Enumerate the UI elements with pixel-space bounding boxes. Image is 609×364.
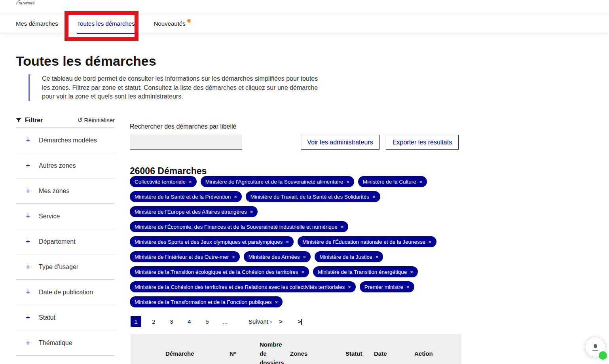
filter-tag[interactable]: Ministère de la Culture × — [358, 176, 427, 187]
column-header: Nº — [230, 349, 260, 358]
reset-filters-button[interactable]: ↺ Réinitialiser — [77, 117, 115, 123]
column-header: Nombre de dossiers — [260, 340, 290, 364]
filter-tag[interactable]: Ministère de la Cohésion des territoires… — [130, 281, 356, 292]
filter-section-label: Type d'usager — [39, 264, 78, 271]
page-button[interactable]: 5 — [202, 316, 212, 327]
plus-icon: + — [26, 339, 30, 347]
last-page-icon[interactable]: >| — [295, 318, 304, 325]
column-header: Date — [374, 349, 414, 358]
tab-label: Toutes les démarches — [77, 20, 135, 27]
new-badge-dot — [187, 19, 191, 23]
filter-tag-label: Ministère du Travail, de la Santé et des… — [250, 194, 369, 200]
column-header: Action — [414, 349, 461, 358]
filter-tag-label: Collectivité territoriale — [135, 179, 186, 185]
filter-section-toggle[interactable]: + Démarches modèles — [16, 128, 115, 153]
tab[interactable]: Mes démarches — [16, 13, 58, 34]
filter-tag[interactable]: Ministère de l'Intérieur et des Outre-me… — [130, 251, 240, 262]
filter-tag-label: Ministère de la Transformation et de la … — [135, 299, 272, 305]
filter-section-label: Démarches modèles — [39, 137, 97, 144]
view-administrators-button[interactable]: Voir les administrateurs — [301, 135, 379, 150]
close-icon[interactable]: × — [410, 269, 413, 275]
filter-tag[interactable]: Ministère de l'Éducation nationale et de… — [298, 236, 436, 247]
filter-section-label: Département — [39, 238, 76, 245]
filter-section-toggle[interactable]: + Date de publication — [16, 280, 115, 305]
next-page-button[interactable]: Suivant › — [246, 318, 274, 325]
close-icon[interactable]: × — [348, 284, 351, 290]
filter-section-label: Thématique — [39, 339, 72, 347]
filter-tag[interactable]: Ministère des Armées × — [244, 251, 311, 262]
filter-tag-label: Ministère de la Justice — [319, 254, 372, 260]
filter-tag-label: Ministère des Sports et des Jeux olympiq… — [135, 239, 283, 245]
plus-icon: + — [26, 136, 30, 144]
filter-tag[interactable]: Ministère du Travail, de la Santé et des… — [246, 191, 380, 202]
tab[interactable]: Toutes les démarches — [77, 13, 135, 34]
filter-tag[interactable]: Collectivité territoriale × — [130, 176, 197, 187]
close-icon[interactable]: × — [429, 239, 432, 245]
close-icon[interactable]: × — [275, 300, 278, 305]
tab-label: Mes démarches — [16, 20, 58, 27]
filter-header: Filtrer ↺ Réinitialiser — [16, 113, 115, 128]
page-button[interactable]: 4 — [184, 316, 195, 327]
filter-tag[interactable]: Ministère de l'Europe et des Affaires ét… — [130, 206, 258, 217]
filter-tag-label: Ministère de l'Économie, des Finances et… — [135, 224, 338, 230]
filter-tag-label: Ministère de la Transition écologique et… — [135, 269, 298, 275]
tab[interactable]: Nouveautés — [154, 13, 186, 34]
filter-tag[interactable]: Ministère de l'Agriculture et de la Souv… — [201, 176, 354, 187]
filter-section-toggle[interactable]: + Département — [16, 229, 115, 254]
filter-tag-label: Ministère des Armées — [249, 254, 300, 260]
filter-title-label: Filtrer — [25, 117, 43, 124]
filter-tag[interactable]: Ministère de la Transition écologique et… — [130, 266, 309, 277]
filter-tag-label: Ministère de l'Agriculture et de la Souv… — [205, 179, 343, 185]
close-icon[interactable]: × — [234, 194, 237, 199]
filter-section-toggle[interactable]: + Statut — [16, 305, 115, 330]
filter-section-label: Statut — [39, 314, 55, 321]
close-icon[interactable]: × — [406, 284, 410, 290]
close-icon[interactable]: × — [376, 254, 379, 260]
filter-section-toggle[interactable]: + Type d'usager — [16, 254, 115, 280]
selected-filter-tags: Collectivité territoriale × Ministère de… — [130, 176, 466, 307]
search-label: Rechercher des démarches par libellé — [130, 123, 236, 130]
filter-section-toggle[interactable]: + Autres zones — [16, 153, 115, 178]
filter-section-toggle[interactable]: + Service — [16, 204, 115, 229]
page-button[interactable]: 2 — [148, 316, 159, 327]
close-icon[interactable]: × — [303, 254, 306, 260]
filter-title: Filtrer — [16, 117, 43, 124]
reset-icon: ↺ — [77, 117, 83, 123]
intro-text: Ce tableau de bord permet de consulter l… — [42, 75, 318, 100]
user-avatar-button[interactable] — [585, 337, 605, 357]
filter-section-label: Service — [39, 213, 60, 220]
filter-tag[interactable]: Ministère de la Transformation et de la … — [130, 296, 283, 307]
filter-section-label: Autres zones — [39, 162, 76, 169]
filter-section-toggle[interactable]: + Mes zones — [16, 178, 115, 204]
page-button[interactable]: 1 — [131, 316, 141, 327]
filter-tag-label: Ministère de la Culture — [363, 179, 416, 185]
close-icon[interactable]: × — [250, 209, 253, 214]
filter-section-label: Date de publication — [39, 289, 93, 296]
online-status-dot — [599, 351, 607, 360]
reset-label: Réinitialiser — [84, 117, 115, 123]
page-button[interactable]: 3 — [166, 316, 177, 327]
plus-icon: + — [26, 314, 30, 321]
filter-icon — [16, 118, 21, 123]
chevron-right-icon[interactable]: > — [277, 318, 285, 325]
close-icon[interactable]: × — [301, 269, 304, 275]
close-icon[interactable]: × — [341, 224, 344, 229]
filter-section-toggle[interactable]: + Thématique — [16, 330, 115, 356]
close-icon[interactable]: × — [419, 179, 423, 184]
plus-icon: + — [26, 212, 30, 220]
filter-tag[interactable]: Ministère de la Transition énergétique × — [313, 266, 418, 277]
search-input[interactable] — [130, 135, 242, 150]
close-icon[interactable]: × — [286, 239, 289, 245]
filter-tag[interactable]: Ministère de la Santé et de la Préventio… — [130, 191, 242, 202]
filter-tag[interactable]: Ministère des Sports et des Jeux olympiq… — [130, 236, 294, 247]
close-icon[interactable]: × — [232, 254, 235, 260]
page-title: Toutes les démarches — [16, 53, 156, 69]
filter-tag-label: Premier ministre — [364, 284, 403, 290]
close-icon[interactable]: × — [346, 179, 349, 184]
filter-tag[interactable]: Premier ministre × — [360, 281, 414, 292]
export-results-button[interactable]: Exporter les résultats — [386, 135, 459, 150]
filter-tag[interactable]: Ministère de la Justice × — [315, 251, 383, 262]
filter-tag[interactable]: Ministère de l'Économie, des Finances et… — [130, 221, 348, 232]
close-icon[interactable]: × — [189, 179, 192, 184]
close-icon[interactable]: × — [372, 194, 376, 199]
